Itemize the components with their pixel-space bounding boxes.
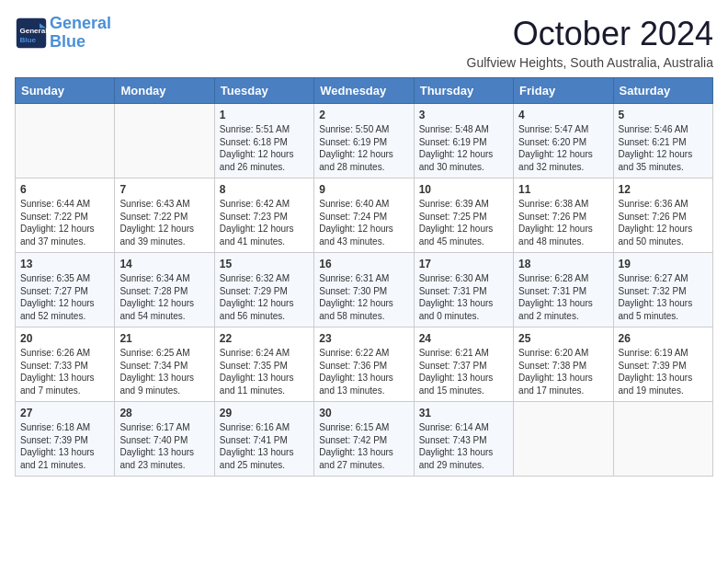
day-number: 6	[20, 183, 109, 196]
calendar-week-row: 13Sunrise: 6:35 AM Sunset: 7:27 PM Dayli…	[16, 253, 713, 327]
column-header-thursday: Thursday	[414, 78, 513, 104]
calendar-cell: 19Sunrise: 6:27 AM Sunset: 7:32 PM Dayli…	[613, 253, 712, 327]
calendar-cell: 22Sunrise: 6:24 AM Sunset: 7:35 PM Dayli…	[214, 327, 313, 402]
calendar-cell: 14Sunrise: 6:34 AM Sunset: 7:28 PM Dayli…	[115, 253, 214, 327]
calendar-cell: 8Sunrise: 6:42 AM Sunset: 7:23 PM Daylig…	[214, 178, 313, 253]
day-number: 30	[319, 407, 408, 419]
column-header-monday: Monday	[115, 78, 214, 104]
calendar-cell: 30Sunrise: 6:15 AM Sunset: 7:42 PM Dayli…	[314, 402, 414, 477]
day-number: 14	[119, 258, 209, 270]
calendar-cell: 7Sunrise: 6:43 AM Sunset: 7:22 PM Daylig…	[115, 178, 214, 253]
day-info: Sunrise: 6:32 AM Sunset: 7:29 PM Dayligh…	[220, 272, 309, 322]
calendar-week-row: 20Sunrise: 6:26 AM Sunset: 7:33 PM Dayli…	[16, 327, 713, 402]
day-info: Sunrise: 6:19 AM Sunset: 7:39 PM Dayligh…	[619, 347, 708, 396]
calendar-cell: 9Sunrise: 6:40 AM Sunset: 7:24 PM Daylig…	[314, 178, 414, 253]
calendar-cell: 16Sunrise: 6:31 AM Sunset: 7:30 PM Dayli…	[314, 253, 414, 327]
day-info: Sunrise: 5:47 AM Sunset: 6:20 PM Dayligh…	[518, 123, 608, 173]
calendar-week-row: 1Sunrise: 5:51 AM Sunset: 6:18 PM Daylig…	[16, 104, 713, 178]
title-block: October 2024 Gulfview Heights, South Aus…	[467, 15, 713, 70]
calendar-cell: 25Sunrise: 6:20 AM Sunset: 7:38 PM Dayli…	[514, 327, 613, 402]
column-header-sunday: Sunday	[16, 78, 115, 104]
day-info: Sunrise: 6:20 AM Sunset: 7:38 PM Dayligh…	[518, 347, 608, 396]
calendar-cell: 26Sunrise: 6:19 AM Sunset: 7:39 PM Dayli…	[613, 327, 712, 402]
day-info: Sunrise: 6:30 AM Sunset: 7:31 PM Dayligh…	[419, 272, 508, 322]
calendar-cell: 15Sunrise: 6:32 AM Sunset: 7:29 PM Dayli…	[214, 253, 313, 327]
day-info: Sunrise: 6:44 AM Sunset: 7:22 PM Dayligh…	[20, 198, 109, 247]
calendar-cell: 23Sunrise: 6:22 AM Sunset: 7:36 PM Dayli…	[314, 327, 414, 402]
calendar-title: October 2024	[467, 15, 713, 53]
day-number: 20	[20, 332, 109, 345]
day-info: Sunrise: 6:28 AM Sunset: 7:31 PM Dayligh…	[518, 272, 608, 322]
column-header-wednesday: Wednesday	[314, 78, 414, 104]
day-info: Sunrise: 6:26 AM Sunset: 7:33 PM Dayligh…	[20, 347, 109, 396]
calendar-week-row: 27Sunrise: 6:18 AM Sunset: 7:39 PM Dayli…	[16, 402, 713, 477]
day-number: 16	[319, 258, 408, 270]
day-number: 15	[220, 258, 309, 270]
day-info: Sunrise: 5:46 AM Sunset: 6:21 PM Dayligh…	[619, 123, 708, 173]
day-info: Sunrise: 6:38 AM Sunset: 7:26 PM Dayligh…	[518, 198, 608, 247]
calendar-header-row: SundayMondayTuesdayWednesdayThursdayFrid…	[16, 78, 713, 104]
calendar-cell: 2Sunrise: 5:50 AM Sunset: 6:19 PM Daylig…	[314, 104, 414, 178]
calendar-cell: 18Sunrise: 6:28 AM Sunset: 7:31 PM Dayli…	[514, 253, 613, 327]
calendar-cell	[16, 104, 115, 178]
logo-icon: General Blue	[15, 17, 48, 50]
svg-text:Blue: Blue	[19, 36, 36, 44]
column-header-saturday: Saturday	[613, 78, 712, 104]
calendar-cell	[514, 402, 613, 477]
calendar-cell: 31Sunrise: 6:14 AM Sunset: 7:43 PM Dayli…	[414, 402, 513, 477]
day-info: Sunrise: 6:15 AM Sunset: 7:42 PM Dayligh…	[319, 421, 408, 471]
calendar-table: SundayMondayTuesdayWednesdayThursdayFrid…	[15, 77, 713, 477]
day-info: Sunrise: 6:39 AM Sunset: 7:25 PM Dayligh…	[419, 198, 508, 247]
day-info: Sunrise: 6:42 AM Sunset: 7:23 PM Dayligh…	[220, 198, 309, 247]
calendar-cell: 4Sunrise: 5:47 AM Sunset: 6:20 PM Daylig…	[514, 104, 613, 178]
day-info: Sunrise: 6:31 AM Sunset: 7:30 PM Dayligh…	[319, 272, 408, 322]
day-info: Sunrise: 6:34 AM Sunset: 7:28 PM Dayligh…	[119, 272, 209, 322]
logo: General Blue General Blue	[15, 15, 111, 52]
calendar-cell: 21Sunrise: 6:25 AM Sunset: 7:34 PM Dayli…	[115, 327, 214, 402]
calendar-cell: 5Sunrise: 5:46 AM Sunset: 6:21 PM Daylig…	[613, 104, 712, 178]
day-info: Sunrise: 6:18 AM Sunset: 7:39 PM Dayligh…	[20, 421, 109, 471]
calendar-cell: 17Sunrise: 6:30 AM Sunset: 7:31 PM Dayli…	[414, 253, 513, 327]
day-info: Sunrise: 6:16 AM Sunset: 7:41 PM Dayligh…	[220, 421, 309, 471]
day-number: 25	[518, 332, 608, 345]
calendar-cell: 13Sunrise: 6:35 AM Sunset: 7:27 PM Dayli…	[16, 253, 115, 327]
calendar-cell: 28Sunrise: 6:17 AM Sunset: 7:40 PM Dayli…	[115, 402, 214, 477]
day-info: Sunrise: 6:36 AM Sunset: 7:26 PM Dayligh…	[619, 198, 708, 247]
day-info: Sunrise: 5:51 AM Sunset: 6:18 PM Dayligh…	[220, 123, 309, 173]
day-number: 9	[319, 183, 408, 196]
day-number: 18	[518, 258, 608, 270]
day-number: 2	[319, 109, 408, 121]
day-info: Sunrise: 5:50 AM Sunset: 6:19 PM Dayligh…	[319, 123, 408, 173]
day-number: 29	[220, 407, 309, 419]
day-info: Sunrise: 6:35 AM Sunset: 7:27 PM Dayligh…	[20, 272, 109, 322]
calendar-cell: 3Sunrise: 5:48 AM Sunset: 6:19 PM Daylig…	[414, 104, 513, 178]
day-number: 26	[619, 332, 708, 345]
calendar-cell: 11Sunrise: 6:38 AM Sunset: 7:26 PM Dayli…	[514, 178, 613, 253]
day-info: Sunrise: 6:21 AM Sunset: 7:37 PM Dayligh…	[419, 347, 508, 396]
calendar-cell: 6Sunrise: 6:44 AM Sunset: 7:22 PM Daylig…	[16, 178, 115, 253]
day-info: Sunrise: 6:27 AM Sunset: 7:32 PM Dayligh…	[619, 272, 708, 322]
calendar-cell: 20Sunrise: 6:26 AM Sunset: 7:33 PM Dayli…	[16, 327, 115, 402]
day-number: 1	[220, 109, 309, 121]
calendar-cell: 12Sunrise: 6:36 AM Sunset: 7:26 PM Dayli…	[613, 178, 712, 253]
calendar-cell: 27Sunrise: 6:18 AM Sunset: 7:39 PM Dayli…	[16, 402, 115, 477]
day-number: 22	[220, 332, 309, 345]
day-number: 28	[119, 407, 209, 419]
header: General Blue General Blue October 2024 G…	[15, 15, 713, 70]
day-number: 5	[619, 109, 708, 121]
calendar-cell: 24Sunrise: 6:21 AM Sunset: 7:37 PM Dayli…	[414, 327, 513, 402]
calendar-subtitle: Gulfview Heights, South Australia, Austr…	[467, 55, 713, 70]
day-number: 11	[518, 183, 608, 196]
calendar-cell: 1Sunrise: 5:51 AM Sunset: 6:18 PM Daylig…	[214, 104, 313, 178]
calendar-cell: 10Sunrise: 6:39 AM Sunset: 7:25 PM Dayli…	[414, 178, 513, 253]
day-info: Sunrise: 6:22 AM Sunset: 7:36 PM Dayligh…	[319, 347, 408, 396]
day-number: 8	[220, 183, 309, 196]
logo-text-line1: General	[50, 15, 111, 33]
calendar-cell	[613, 402, 712, 477]
column-header-tuesday: Tuesday	[214, 78, 313, 104]
day-number: 3	[419, 109, 508, 121]
day-number: 31	[419, 407, 508, 419]
day-info: Sunrise: 5:48 AM Sunset: 6:19 PM Dayligh…	[419, 123, 508, 173]
calendar-cell	[115, 104, 214, 178]
day-number: 21	[119, 332, 209, 345]
